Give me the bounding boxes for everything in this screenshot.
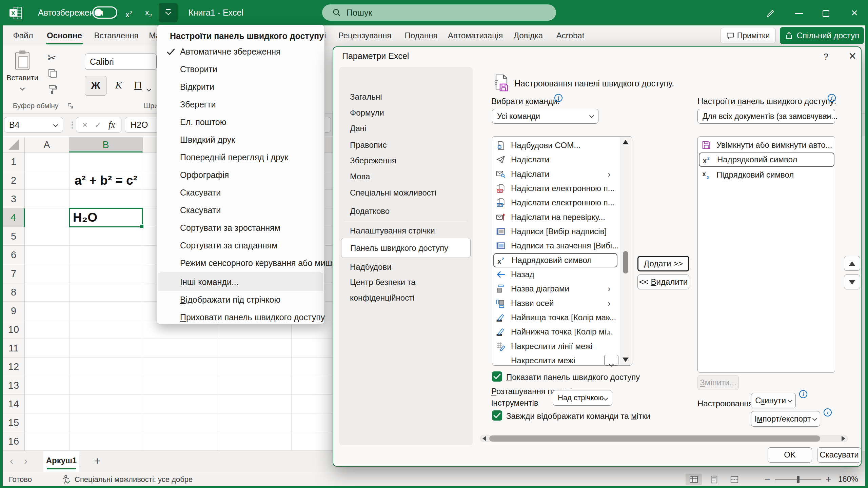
reset-info-icon[interactable]: i	[799, 390, 807, 398]
commands-list[interactable]: Надбудови COM... Надіслати Надіслати› PD…	[492, 136, 632, 366]
list-item[interactable]: Надбудови COM...	[493, 138, 618, 152]
sheet-tab-active[interactable]: Аркуш1	[43, 451, 79, 472]
menu-item-touch-mouse-mode[interactable]: Режим сенсорного керування або миші	[158, 254, 323, 272]
minimize-button[interactable]	[786, 0, 812, 25]
modify-button[interactable]: Змінити...	[697, 375, 739, 390]
row-header-8[interactable]: 8	[3, 283, 25, 302]
cell-b2[interactable]: a² + b² = c²	[69, 171, 143, 190]
zoom-slider-thumb[interactable]	[797, 476, 800, 483]
name-box-splitter[interactable]: ⋮	[68, 117, 77, 133]
share-button[interactable]: Спільний доступ	[780, 27, 864, 44]
format-painter-button[interactable]	[47, 84, 58, 97]
row-header-15[interactable]: 15	[3, 413, 25, 432]
list-item[interactable]: XPS Надіслати електронною п...	[493, 196, 618, 210]
list-item[interactable]: Найвища точка [Колір мак...›	[493, 310, 618, 325]
sidebar-item-formulas[interactable]: Формули	[341, 105, 471, 121]
reset-button[interactable]: Скинути	[751, 393, 796, 408]
row-header-14[interactable]: 14	[3, 395, 25, 413]
move-up-button[interactable]	[844, 256, 860, 271]
search-box[interactable]: Пошук	[322, 4, 556, 21]
scroll-left-icon[interactable]	[482, 436, 486, 441]
menu-item-email[interactable]: Ел. поштою	[158, 113, 323, 131]
import-export-info-icon[interactable]: i	[824, 408, 832, 416]
ok-button[interactable]: OK	[768, 447, 812, 463]
choose-commands-info-icon[interactable]: i	[554, 94, 563, 102]
dialog-help-button[interactable]: ?	[818, 50, 834, 63]
menu-item-hide-qat[interactable]: Приховати панель швидкого доступу	[158, 308, 323, 326]
dialog-close-button[interactable]: ×	[845, 48, 860, 63]
row-header-9[interactable]: 9	[3, 302, 25, 320]
prev-sheet-button[interactable]: ‹	[5, 451, 18, 472]
page-break-view-button[interactable]	[726, 474, 743, 485]
next-sheet-button[interactable]: ›	[19, 451, 33, 472]
qat-superscript-button[interactable]: x2	[119, 3, 138, 22]
copy-button[interactable]	[47, 68, 58, 80]
zoom-out-button[interactable]: −	[762, 472, 772, 487]
row-header-6[interactable]: 6	[3, 246, 25, 264]
tab-review[interactable]: Рецензування	[334, 25, 395, 46]
customize-qat-info-icon[interactable]: i	[828, 94, 836, 102]
customize-scope-combo[interactable]: Для всіх документів (за замовчуван...	[697, 109, 835, 124]
sidebar-item-proofing[interactable]: Правопис	[341, 137, 471, 153]
maximize-button[interactable]	[813, 0, 839, 25]
import-export-button[interactable]: Імпорт/експорт	[751, 411, 820, 427]
scroll-up-icon[interactable]	[623, 140, 629, 144]
cancel-entry-icon[interactable]: ×	[82, 120, 87, 130]
sidebar-item-advanced[interactable]: Додатково	[341, 203, 471, 219]
clipboard-dialog-launcher[interactable]	[67, 103, 75, 112]
tab-acrobat[interactable]: Acrobat	[553, 25, 588, 46]
menu-item-undo[interactable]: Скасувати	[158, 184, 323, 201]
normal-view-button[interactable]	[686, 474, 702, 485]
paste-button[interactable]: Вставити	[6, 50, 39, 101]
always-show-checkbox[interactable]	[492, 410, 502, 421]
list-item[interactable]: Увімкнути або вимкнути авто...	[699, 138, 834, 152]
fill-handle[interactable]	[140, 224, 144, 228]
notes-button[interactable]: Примітки	[720, 28, 776, 43]
sidebar-item-addins[interactable]: Надбудови	[341, 259, 471, 275]
row-header-5[interactable]: 5	[3, 227, 25, 246]
row-header-2[interactable]: 2	[3, 171, 25, 190]
cell-b4-selected[interactable]: H₂O	[69, 208, 143, 227]
menu-item-open[interactable]: Відкрити	[158, 78, 323, 96]
list-item[interactable]: Надписи та значення [Вибі...	[493, 239, 618, 253]
list-item[interactable]: Назви осей›	[493, 296, 618, 310]
row-header-16[interactable]: 16	[3, 432, 25, 451]
sidebar-item-data[interactable]: Дані	[341, 121, 471, 136]
zoom-in-button[interactable]: +	[823, 472, 833, 487]
tab-view[interactable]: Подання	[401, 25, 441, 46]
item-dropdown-button[interactable]	[604, 355, 618, 366]
menu-item-new[interactable]: Створити	[158, 60, 323, 78]
qat-current-list[interactable]: Увімкнути або вимкнути авто... x2 Надряд…	[697, 136, 835, 373]
menu-item-more-commands[interactable]: Інші команди...	[158, 273, 323, 291]
cut-button[interactable]: ✂	[47, 52, 56, 64]
tab-automate[interactable]: Автоматизація	[447, 25, 504, 46]
list-item[interactable]: Накреслити межі	[493, 353, 618, 368]
list-item-selected[interactable]: x2 Надрядковий символ	[699, 152, 834, 167]
close-button[interactable]: ×	[841, 0, 868, 25]
insert-function-icon[interactable]: fx	[108, 120, 115, 130]
list-item[interactable]: Надіслати›	[493, 167, 618, 181]
font-name-combo[interactable]: Calibri	[85, 54, 157, 70]
list-item[interactable]: Надіслати на перевірку...	[493, 210, 618, 224]
tab-insert[interactable]: Вставлення	[91, 25, 142, 46]
scrollbar-thumb[interactable]	[623, 251, 628, 273]
add-sheet-button[interactable]: +	[89, 451, 106, 472]
row-header-4[interactable]: 4	[3, 208, 25, 227]
list-item[interactable]: PDF Надіслати електронною п...	[493, 181, 618, 196]
move-down-button[interactable]	[844, 274, 860, 289]
status-accessibility[interactable]: Спеціальні можливості: усе добре	[75, 472, 193, 487]
row-header-12[interactable]: 12	[3, 358, 25, 376]
menu-item-sort-ascending[interactable]: Сортувати за зростанням	[158, 219, 323, 237]
sidebar-item-language[interactable]: Мова	[341, 169, 471, 184]
list-item-selected[interactable]: x2 Надрядковий символ	[493, 253, 617, 267]
list-item[interactable]: x2 Підрядковий символ	[699, 168, 834, 182]
hscrollbar-thumb[interactable]	[489, 435, 820, 442]
scroll-down-icon[interactable]	[623, 358, 629, 362]
menu-item-show-below-ribbon[interactable]: Відображати під стрічкою	[158, 291, 323, 308]
tab-file[interactable]: Файл	[9, 25, 37, 46]
sidebar-item-save[interactable]: Збереження	[341, 153, 471, 168]
dialog-hscrollbar[interactable]	[480, 435, 848, 442]
tab-home[interactable]: Основне	[43, 25, 85, 46]
list-item[interactable]: Накреслити лінії межі	[493, 339, 618, 353]
zoom-level[interactable]: 160%	[838, 472, 858, 487]
